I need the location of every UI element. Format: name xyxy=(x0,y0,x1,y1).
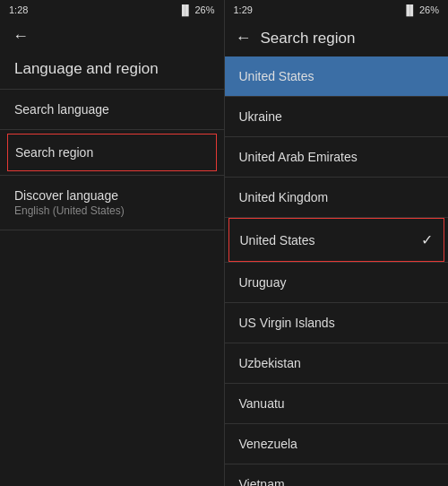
list-item-ukraine[interactable]: Ukraine xyxy=(225,97,449,136)
left-status-bar: 1:28 ▐▌ 26% xyxy=(0,0,224,20)
discover-language-label: Discover language xyxy=(14,188,118,203)
left-page-title: Language and region xyxy=(0,53,224,89)
right-header: ← Search region xyxy=(225,20,449,56)
list-label-vietnam: Vietnam xyxy=(239,477,285,486)
right-status-bar: 1:29 ▐▌ 26% xyxy=(225,0,449,20)
list-item-united-states-top[interactable]: United States xyxy=(225,56,449,96)
list-label-us-virgin-islands: US Virgin Islands xyxy=(239,316,335,330)
left-battery: 26% xyxy=(194,4,214,15)
list-item-uruguay[interactable]: Uruguay xyxy=(225,263,449,302)
list-item-united-states[interactable]: United States ✓ xyxy=(228,218,445,262)
list-label-venezuela: Venezuela xyxy=(239,437,297,451)
list-item-us-virgin-islands[interactable]: US Virgin Islands xyxy=(225,303,449,343)
list-item-venezuela[interactable]: Venezuela xyxy=(225,424,449,464)
list-label-uzbekistan: Uzbekistan xyxy=(239,356,301,370)
list-item-uae[interactable]: United Arab Emirates xyxy=(225,137,449,177)
right-back-arrow-icon[interactable]: ← xyxy=(236,29,252,48)
list-item-vanuatu[interactable]: Vanuatu xyxy=(225,384,449,423)
right-battery: 26% xyxy=(419,4,439,15)
list-item-uk[interactable]: United Kingdom xyxy=(225,178,449,217)
list-label-uae: United Arab Emirates xyxy=(239,150,358,164)
left-time: 1:28 xyxy=(9,4,28,15)
right-status-icons: ▐▌ 26% xyxy=(402,4,439,15)
list-item-vietnam[interactable]: Vietnam xyxy=(225,464,449,486)
discover-language-sub: English (United States) xyxy=(14,204,210,217)
list-item-uzbekistan[interactable]: Uzbekistan xyxy=(225,343,449,383)
list-label-uruguay: Uruguay xyxy=(239,275,287,290)
list-label-united-states: United States xyxy=(240,233,315,247)
right-panel: 1:29 ▐▌ 26% ← Search region United State… xyxy=(224,0,449,486)
right-signal-icon: ▐▌ xyxy=(402,4,417,15)
left-status-icons: ▐▌ 26% xyxy=(178,4,215,15)
left-panel: 1:28 ▐▌ 26% ← Language and region Search… xyxy=(0,0,224,486)
region-list: United States Ukraine United Arab Emirat… xyxy=(225,56,449,486)
menu-item-search-region[interactable]: Search region xyxy=(7,134,217,171)
list-label-united-states-top: United States xyxy=(239,69,314,83)
menu-item-search-language[interactable]: Search language xyxy=(0,90,224,129)
list-label-vanuatu: Vanuatu xyxy=(239,396,285,411)
right-time: 1:29 xyxy=(234,4,253,15)
menu-item-discover-language[interactable]: Discover language English (United States… xyxy=(0,176,224,230)
left-divider-2 xyxy=(0,129,224,130)
list-label-ukraine: Ukraine xyxy=(239,109,282,124)
list-label-uk: United Kingdom xyxy=(239,190,329,204)
left-divider-4 xyxy=(0,230,224,230)
left-back-button[interactable]: ← xyxy=(0,20,224,53)
right-page-title: Search region xyxy=(261,30,356,48)
left-signal-icon: ▐▌ xyxy=(178,4,193,15)
left-back-arrow-icon: ← xyxy=(13,27,29,45)
search-language-label: Search language xyxy=(14,102,109,117)
search-region-label: Search region xyxy=(15,145,93,160)
checkmark-icon: ✓ xyxy=(421,231,433,248)
